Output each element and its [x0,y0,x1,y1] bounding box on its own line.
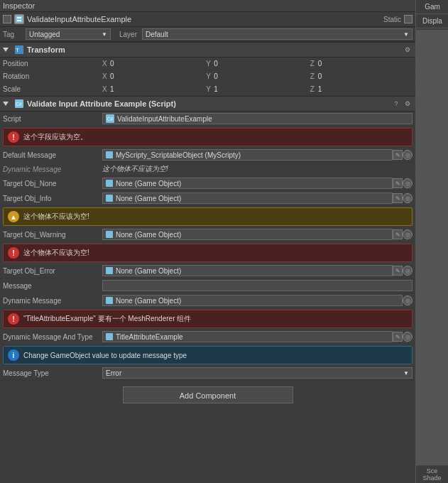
dynamic-msg-type-edit-btn[interactable]: ✎ [393,332,403,342]
position-x-label: X [102,60,109,67]
error-alert-2: ! 这个物体不应该为空! [3,244,413,262]
script-field-value[interactable]: C# ValidateInputAttributeExample [102,113,413,124]
active-checkbox[interactable] [3,15,11,23]
transform-icon: T [14,45,24,55]
tag-label: Tag [3,31,23,38]
target-obj-warning-edit-btn[interactable]: ✎ [393,229,403,239]
scene-label: SceShade [416,465,448,483]
info-icon: i [8,349,19,361]
script-settings-icon[interactable]: ⚙ [403,99,413,109]
rotation-z-label: Z [310,72,317,80]
obj-ref-icon-5 [106,267,113,274]
position-z-label: Z [310,60,317,67]
dynamic-msg-type-pick-btn[interactable]: ◎ [403,332,413,342]
transform-collapse-icon[interactable] [3,48,9,52]
target-obj-error-row: Target Obj_Error None (Game Object) ✎ ◎ [0,264,415,278]
rotation-y-value[interactable]: 0 [214,72,218,80]
scale-x-label: X [102,85,109,93]
mesh-error-icon: ! [8,313,19,325]
warning-text: 这个物体不应该为空! [23,212,89,222]
static-checkbox[interactable] [404,15,413,23]
error-icon-2: ! [8,247,19,259]
display-tab[interactable]: Displa [416,14,448,28]
position-y-label: Y [206,60,213,67]
transform-buttons: ⚙ [403,45,413,55]
object-row: ValidateInputAttributeExample Static [0,12,415,27]
script-section-buttons: ? ⚙ [391,99,413,109]
dynamic-message-and-type-field[interactable]: TitleAttributeExample [102,331,393,342]
static-label: Static [383,16,401,23]
target-obj-info-pick-btn[interactable]: ◎ [403,193,413,203]
dynamic-message2-field[interactable]: None (Game Object) [102,295,403,306]
target-obj-info-edit-btn[interactable]: ✎ [393,193,403,203]
dynamic-message-label: Dynamic Message [3,165,102,173]
message-row: Message [0,278,415,293]
field-empty-alert: ! 这个字段应该为空。 [3,128,413,146]
target-obj-none-field[interactable]: None (Game Object) [102,178,393,189]
scale-z-value[interactable]: 1 [318,85,322,93]
position-x-value[interactable]: 0 [110,60,114,67]
rotation-x-value[interactable]: 0 [110,72,114,80]
target-obj-info-field[interactable]: None (Game Object) [102,192,393,204]
right-panel: Gam Displa SceShade [415,0,448,483]
inspector-panel: Inspector ValidateInputAttributeExample … [0,0,415,483]
dynamic-message2-pick-btn[interactable]: ◎ [403,295,413,305]
scale-y-label: Y [206,85,213,93]
position-z-value[interactable]: 0 [318,60,322,67]
mesh-renderer-alert: ! "TitleAttributeExample" 要有一个 MeshRende… [3,310,413,328]
field-empty-text: 这个字段应该为空。 [23,132,87,142]
position-y-value[interactable]: 0 [214,60,218,67]
target-obj-error-edit-btn[interactable]: ✎ [393,266,403,276]
target-obj-none-edit-btn[interactable]: ✎ [393,178,403,188]
target-obj-warning-field[interactable]: None (Game Object) [102,229,393,240]
svg-rect-0 [16,16,23,23]
tag-dropdown[interactable]: Untagged ▼ [26,28,111,40]
message-type-row: Message Type Error ▼ [0,366,415,381]
tag-layer-row: Tag Untagged ▼ Layer Default ▼ [0,27,415,42]
mesh-alert-text: "TitleAttributeExample" 要有一个 MeshRendere… [23,314,191,324]
message-type-dropdown[interactable]: Error ▼ [102,367,413,379]
target-obj-none-pick-btn[interactable]: ◎ [403,178,413,188]
svg-text:C#: C# [16,102,22,107]
script-section-icon: C# [14,99,24,109]
dynamic-message-and-type-label: Dynamic Message And Type [3,333,102,341]
position-row: Position X 0 Y 0 Z 0 [0,58,415,70]
obj-ref-icon-2 [106,180,113,187]
default-message-label: Default Message [3,151,102,159]
rotation-z-value[interactable]: 0 [318,72,322,80]
scale-z-label: Z [310,85,317,93]
warning-alert: ▲ 这个物体不应该为空! [3,207,413,226]
error-icon-1: ! [8,131,19,143]
default-message-field[interactable]: MyScripty_ScriptableObject (MyScripty) [102,149,393,161]
position-values: X 0 Y 0 Z 0 [102,60,413,67]
obj-ref-icon-7 [106,333,113,340]
layer-label: Layer [119,31,139,38]
layer-dropdown[interactable]: Default ▼ [142,28,413,40]
scale-y-value[interactable]: 1 [214,85,218,93]
target-obj-warning-row: Target Obj_Warning None (Game Object) ✎ … [0,227,415,242]
script-section-title: Validate Input Attribute Example (Script… [27,99,388,108]
add-component-button[interactable]: Add Component [123,386,293,403]
script-help-icon[interactable]: ? [391,99,401,109]
default-message-edit-btn[interactable]: ✎ [393,150,403,160]
dynamic-message-and-type-row: Dynamic Message And Type TitleAttributeE… [0,330,415,344]
object-name: ValidateInputAttributeExample [27,15,381,23]
target-obj-error-pick-btn[interactable]: ◎ [403,266,413,276]
script-file-icon: C# [106,114,114,123]
obj-ref-icon-1 [106,151,113,158]
script-collapse-icon[interactable] [3,102,9,106]
message-type-chevron-icon: ▼ [403,370,409,376]
transform-settings-icon[interactable]: ⚙ [403,45,413,55]
scale-x-value[interactable]: 1 [110,85,114,93]
tag-chevron-icon: ▼ [102,31,107,38]
default-message-pick-btn[interactable]: ◎ [403,150,413,160]
target-obj-warning-pick-btn[interactable]: ◎ [403,229,413,239]
object-icon [14,14,24,24]
game-tab[interactable]: Gam [416,0,448,14]
scale-values: X 1 Y 1 Z 1 [102,85,413,93]
message-type-label: Message Type [3,369,102,377]
target-obj-error-field[interactable]: None (Game Object) [102,265,393,276]
error-alert-2-text: 这个物体不应该为空! [23,248,89,258]
layer-chevron-icon: ▼ [403,31,409,38]
message-input[interactable] [102,280,413,291]
